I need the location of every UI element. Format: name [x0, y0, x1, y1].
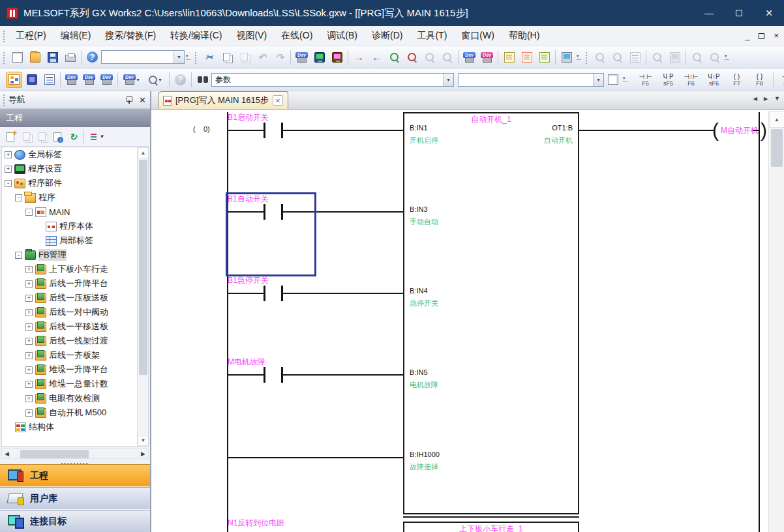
output-window-button[interactable] — [41, 72, 57, 88]
tab-close-icon[interactable]: ✕ — [273, 95, 283, 106]
toolbar-overflow-chevron[interactable]: ▾— — [185, 49, 192, 65]
chevron-down-icon[interactable]: ▼ — [593, 74, 603, 86]
pushpin-icon[interactable] — [125, 96, 132, 104]
tree-item-fb-manage[interactable]: -FB管理 — [2, 248, 148, 262]
new-item-button[interactable] — [3, 129, 18, 145]
tree-item-program-body[interactable]: 程序本体 — [2, 219, 148, 233]
toolbar-overflow-chevron[interactable]: ▾— — [723, 49, 731, 65]
chevron-down-icon[interactable]: ▼ — [443, 74, 453, 86]
tab-list-chevron-icon[interactable]: ▼ — [774, 95, 780, 102]
find-device-button[interactable]: ▼ — [144, 72, 166, 88]
tree-item-fb[interactable]: +后线一平移送板 — [2, 319, 148, 334]
open-contact[interactable] — [264, 123, 283, 138]
find-combo[interactable]: ▼ — [458, 73, 604, 87]
mdi-close-button[interactable]: × — [774, 33, 779, 39]
save-project-button[interactable] — [44, 49, 61, 65]
menu-edit[interactable]: 编辑(E) — [53, 27, 98, 44]
coil-f7-button[interactable]: ( )F7 — [725, 70, 748, 89]
output-wire[interactable] — [579, 130, 714, 131]
new-project-button[interactable] — [9, 49, 25, 65]
tree-item-fb[interactable]: +堆垛一总量计数 — [2, 377, 148, 391]
monitor-start-button[interactable] — [386, 49, 402, 65]
menu-search-replace[interactable]: 搜索/替换(F) — [98, 27, 163, 44]
panel-grip[interactable] — [3, 93, 6, 106]
tree-item-fb[interactable]: +后线一压板送板 — [2, 291, 148, 305]
device-comment-button[interactable] — [63, 72, 80, 88]
property-button[interactable] — [50, 129, 65, 145]
tab-scroll-left-icon[interactable]: ◀ — [753, 96, 757, 102]
toolbar-grip[interactable] — [194, 51, 198, 64]
tab-scroll-right-icon[interactable]: ▶ — [764, 96, 768, 102]
watch-window-button[interactable] — [329, 49, 345, 65]
contact-label[interactable]: B1启动开关 — [228, 112, 269, 123]
open-project-button[interactable] — [27, 49, 43, 65]
open-contact-f5-button[interactable]: ⊣ ⊢F5 — [634, 70, 657, 89]
tree-item-fb[interactable]: +自动开机 M500 — [2, 406, 148, 420]
print-button[interactable] — [62, 49, 78, 65]
rung-wire[interactable] — [228, 130, 403, 131]
menu-diagnostics[interactable]: 诊断(D) — [365, 27, 410, 44]
application-instruction-f8-button[interactable]: { }F8 — [748, 70, 771, 89]
rung-wire[interactable] — [228, 293, 403, 294]
statement-display-button[interactable] — [519, 49, 535, 65]
open-contact[interactable] — [264, 367, 283, 383]
expander-icon[interactable]: - — [15, 252, 22, 259]
device-test-off-button[interactable] — [479, 49, 495, 65]
element-selection-button[interactable] — [23, 72, 40, 88]
chevron-down-icon[interactable]: ▼ — [173, 51, 184, 63]
tree-item-pou[interactable]: -程序部件 — [2, 176, 148, 190]
ladder-canvas[interactable]: ( 0) B1启动开关 B1自动开关 B1急停开关 M电机故障 自动开机_1 — [151, 110, 784, 532]
function-block-auto-start[interactable]: 自动开机_1 B:IN1 开机启停 B:IN3 手动自动 B:IN4 急停开关 … — [403, 112, 579, 514]
maximize-button[interactable] — [724, 0, 754, 26]
device-reference-button[interactable] — [98, 72, 115, 88]
find-in-document-button[interactable] — [605, 72, 621, 88]
rung-wire[interactable] — [228, 457, 403, 458]
tab-main-program[interactable]: [PRG]写入 MAIN 1615步 ✕ — [158, 91, 288, 109]
menubar-grip[interactable] — [3, 29, 6, 42]
expander-icon[interactable]: - — [15, 194, 22, 201]
contact-label[interactable]: B1急停开关 — [228, 275, 269, 286]
menu-window[interactable]: 窗口(W) — [454, 27, 502, 44]
tree-item-fb[interactable]: +后线一升降平台 — [2, 276, 148, 291]
tree-item-main[interactable]: -MAIN — [2, 205, 148, 219]
menu-help[interactable]: 帮助(H) — [502, 27, 547, 44]
sort-button[interactable] — [85, 129, 106, 145]
expander-icon[interactable]: + — [25, 366, 33, 374]
expander-icon[interactable]: + — [25, 266, 33, 273]
horizontal-line-f9-button[interactable]: ──F9 — [776, 70, 784, 89]
nav-button-user-library[interactable]: 用户库 — [0, 487, 150, 509]
tree-item-fb[interactable]: +电眼有效检测 — [2, 391, 148, 406]
tree-horizontal-scrollbar[interactable]: ◀ ▶ — [1, 448, 149, 459]
expander-icon[interactable]: + — [25, 338, 33, 345]
tree-item-global-label[interactable]: +全局标签 — [2, 147, 148, 162]
cut-button[interactable]: ✂ — [201, 49, 217, 65]
expander-icon[interactable]: - — [5, 180, 12, 187]
note-display-button[interactable] — [536, 49, 552, 65]
monitor-mode-button[interactable] — [311, 49, 327, 65]
expander-icon[interactable]: + — [25, 381, 33, 388]
expander-icon[interactable]: + — [5, 166, 12, 173]
expander-icon[interactable]: + — [25, 280, 33, 288]
expander-icon[interactable]: + — [5, 151, 12, 158]
mdi-minimize-button[interactable]: _ — [745, 33, 749, 39]
contact-label[interactable]: N1反转到位电眼 — [228, 518, 284, 529]
scroll-up-icon[interactable]: ▲ — [138, 147, 149, 158]
nav-button-project[interactable]: 工程 — [0, 464, 150, 486]
toolbar-overflow-chevron[interactable]: ▾— — [575, 49, 582, 65]
tree-item-program[interactable]: -程序 — [2, 190, 148, 205]
menu-debug[interactable]: 调试(B) — [320, 27, 365, 44]
tree-item-fb[interactable]: +后线一对中阀动 — [2, 305, 148, 319]
mdi-restore-button[interactable] — [759, 33, 764, 39]
editor-scrollbar[interactable]: ▲ — [768, 111, 784, 532]
expander-icon[interactable]: - — [25, 209, 33, 216]
toolbar-grip[interactable] — [585, 51, 588, 64]
scroll-left-icon[interactable]: ◀ — [2, 451, 9, 457]
close-button[interactable]: ✕ — [754, 0, 784, 26]
tree-item-fb[interactable]: +后线一线架过渡 — [2, 334, 148, 348]
toolbar-grip[interactable] — [3, 51, 6, 64]
monitor-condition-button[interactable] — [558, 49, 575, 65]
tree-item-fb[interactable]: +后线一齐板架 — [2, 348, 148, 362]
toolbar-overflow-chevron[interactable]: ▾— — [622, 72, 629, 88]
pulse-contact-f6-button[interactable]: ⊣↑⊢F6 — [680, 70, 702, 89]
device-memory-button[interactable] — [81, 72, 97, 88]
